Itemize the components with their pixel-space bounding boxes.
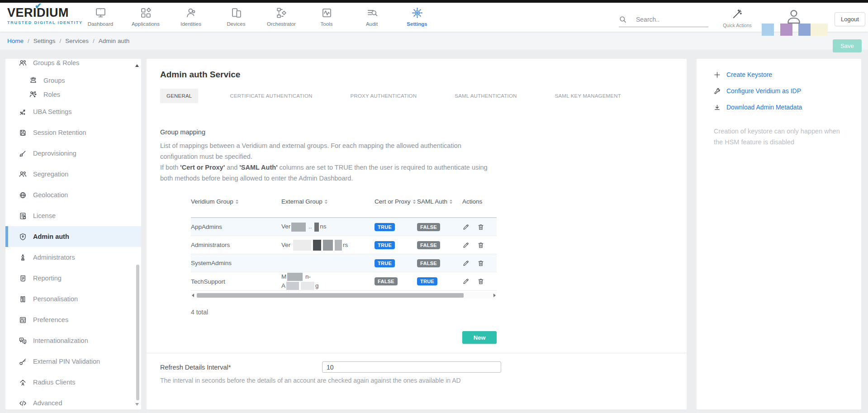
cert-or-proxy-badge: TRUE	[375, 241, 395, 249]
sidebar-item-personalisation[interactable]: Personalisation	[5, 289, 141, 309]
quick-actions-button[interactable]: Quick Actions	[722, 9, 753, 28]
breadcrumb-bar: Home/Settings/Services/Admin auth	[0, 32, 868, 50]
refresh-interval-input[interactable]	[322, 361, 501, 373]
horizontal-scrollbar-thumb[interactable]	[197, 293, 464, 298]
logout-button[interactable]: Logout	[835, 12, 865, 26]
gear-icon	[412, 7, 423, 19]
redacted-block	[293, 240, 311, 251]
nav-label: Audit	[366, 21, 378, 27]
link-create-keystore[interactable]: Create Keystore	[714, 71, 861, 78]
table-horizontal-scrollbar[interactable]	[191, 292, 497, 299]
radius-icon	[19, 379, 27, 386]
tab-saml-key-management[interactable]: SAML KEY MANAGEMENT	[549, 89, 627, 103]
breadcrumb-item-settings[interactable]: Settings	[33, 38, 56, 44]
redacted-block	[286, 282, 299, 290]
sidebar-item-administrators[interactable]: Administrators	[5, 247, 141, 268]
nav-item-tools[interactable]: Tools	[304, 7, 349, 27]
redacted-block	[313, 240, 321, 251]
redacted-block	[323, 240, 333, 251]
table-body: AppAdminsVer .. nsTRUEFALSEAdministrator…	[191, 217, 497, 291]
download-icon	[714, 104, 721, 111]
theme-swatch-4[interactable]	[808, 24, 828, 36]
delete-row-button[interactable]	[477, 223, 484, 231]
tab-general[interactable]: GENERAL	[160, 89, 198, 103]
sidebar-item-groups[interactable]: Groups	[5, 73, 141, 87]
nav-item-settings[interactable]: Settings	[394, 7, 440, 27]
sidebar-scroll-down[interactable]	[135, 403, 139, 406]
link-download-admin-metadata[interactable]: Download Admin Metadata	[714, 104, 861, 111]
brand-tagline: TRUSTED DIGITAL IDENTITY	[7, 20, 83, 25]
column-header-saml-auth[interactable]: SAML Auth	[417, 198, 462, 205]
delete-row-button[interactable]	[477, 242, 484, 249]
nav-item-orchestrator[interactable]: Orchestrator	[259, 7, 304, 27]
user-avatar[interactable]	[785, 8, 802, 25]
sidebar-item-external-pin-validation[interactable]: External PIN Validation	[5, 351, 141, 372]
column-header-cert-or-proxy[interactable]: Cert or Proxy	[375, 198, 417, 205]
sidebar-item-session-retention[interactable]: Session Retention	[5, 122, 141, 143]
theme-swatch-3[interactable]	[798, 24, 811, 36]
sidebar-item-deprovisioning[interactable]: Deprovisioning	[5, 143, 141, 164]
sidebar-scrollbar-thumb[interactable]	[136, 265, 139, 400]
breadcrumb-separator: /	[93, 38, 95, 44]
tab-saml-authentication[interactable]: SAML AUTHENTICATION	[448, 89, 523, 103]
tab-proxy-authentication[interactable]: PROXY AUTHENTICATION	[344, 89, 423, 103]
cert-or-proxy-cell: TRUE	[375, 259, 417, 267]
theme-swatch-2[interactable]	[780, 24, 792, 36]
sidebar-item-admin-auth[interactable]: Admin auth	[5, 226, 141, 247]
broom-icon	[19, 150, 27, 157]
edit-row-button[interactable]	[462, 278, 470, 285]
breadcrumb-item-home[interactable]: Home	[7, 38, 24, 44]
sidebar-item-roles[interactable]: Roles	[5, 87, 141, 101]
breadcrumb-item-services[interactable]: Services	[65, 38, 89, 44]
column-header-external-group[interactable]: External Group	[281, 198, 375, 205]
scroll-left-arrow[interactable]	[192, 294, 194, 297]
sidebar-item-label: Session Retention	[33, 129, 86, 136]
scroll-right-arrow[interactable]	[493, 294, 496, 297]
save-button[interactable]: Save	[833, 39, 862, 52]
veridium-logo[interactable]: VERIDIUM✔ TRUSTED DIGITAL IDENTITY	[7, 7, 83, 25]
sidebar-scroll-up[interactable]	[135, 64, 139, 67]
nav-item-dashboard[interactable]: Dashboard	[78, 7, 123, 27]
column-header-veridium-group[interactable]: Veridium Group	[191, 198, 281, 205]
edit-row-button[interactable]	[462, 242, 470, 249]
link-configure-veridium-as-idp[interactable]: Configure Veridium as IDP	[714, 87, 861, 95]
nav-item-audit[interactable]: Audit	[349, 7, 394, 27]
sidebar-item-segregation[interactable]: Segregation	[5, 164, 141, 185]
breadcrumb: Home/Settings/Services/Admin auth	[7, 38, 129, 44]
sidebar-item-uba-settings[interactable]: UBA Settings	[5, 101, 141, 122]
nav-item-devices[interactable]: Devices	[213, 7, 259, 27]
sidebar-item-internationalization[interactable]: Internationalization	[5, 330, 141, 351]
delete-row-button[interactable]	[477, 278, 484, 285]
edit-row-button[interactable]	[462, 260, 470, 267]
section-divider	[147, 353, 687, 353]
link-label: Create Keystore	[726, 71, 772, 78]
saml-auth-cell: FALSE	[417, 259, 462, 267]
section-description-2: If both 'Cert or Proxy' and 'SAML Auth' …	[160, 162, 500, 184]
sidebar-item-groups-roles[interactable]: Groups & Roles	[5, 59, 141, 73]
sidebar-item-label: Administrators	[33, 254, 75, 261]
new-mapping-button[interactable]: New	[462, 331, 497, 344]
tab-certificate-authentication[interactable]: CERTIFICATE AUTHENTICATION	[223, 89, 318, 103]
sidebar-item-advanced[interactable]: Advanced	[5, 393, 141, 409]
sidebar-item-preferences[interactable]: Preferences	[5, 309, 141, 330]
sidebar-item-radius-clients[interactable]: Radius Clients	[5, 372, 141, 393]
search-input[interactable]	[636, 16, 704, 23]
nav-label: Tools	[321, 21, 333, 27]
sidebar-item-label: Segregation	[33, 171, 68, 178]
sidebar-item-geolocation[interactable]: Geolocation	[5, 185, 141, 205]
sort-caret-icon	[450, 199, 452, 204]
table-row-appadmins: AppAdminsVer .. nsTRUEFALSE	[191, 218, 497, 236]
sidebar-item-reporting[interactable]: Reporting	[5, 268, 141, 289]
delete-row-button[interactable]	[477, 260, 484, 267]
saml-auth-cell: FALSE	[417, 241, 462, 249]
table-row-administrators: AdministratorsVer rsTRUEFALSE	[191, 236, 497, 254]
sidebar-item-license[interactable]: License	[5, 205, 141, 226]
edit-row-button[interactable]	[462, 223, 470, 231]
activity-icon	[321, 7, 332, 19]
admin-icon	[19, 254, 27, 261]
theme-swatch-1[interactable]	[762, 24, 774, 36]
nav-item-applications[interactable]: Applications	[123, 7, 168, 27]
nav-item-identities[interactable]: Identities	[168, 7, 213, 27]
prefs-icon	[19, 316, 27, 324]
table-row-techsupport: TechSupportM n-AgFALSETRUE	[191, 272, 497, 291]
